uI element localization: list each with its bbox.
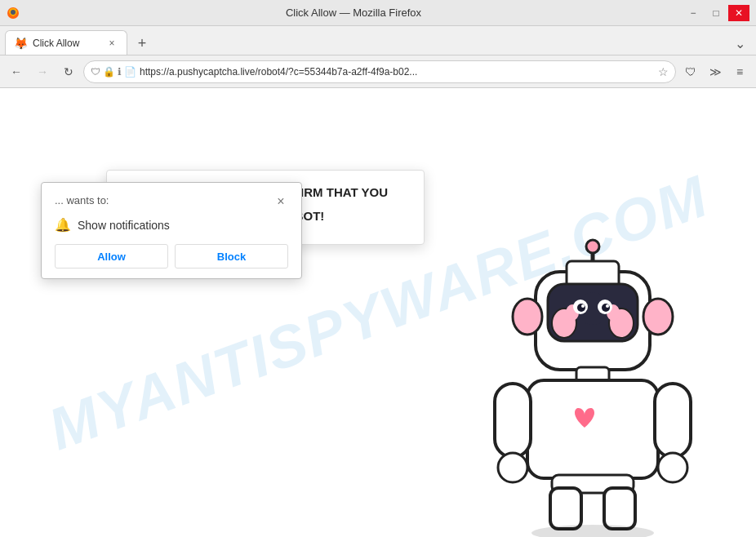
- url-text: https://a.pushycaptcha.live/robot4/?c=55…: [140, 66, 655, 78]
- active-tab[interactable]: 🦊 Click Allow ×: [5, 30, 127, 55]
- svg-rect-27: [550, 488, 581, 529]
- shield-icon: 🛡: [91, 66, 100, 78]
- address-bar[interactable]: 🛡 🔒 ℹ 📄 https://a.pushycaptcha.live/robo…: [83, 60, 676, 83]
- svg-point-25: [658, 453, 687, 482]
- info-icon: ℹ: [118, 66, 122, 78]
- notif-close-button[interactable]: ×: [273, 194, 288, 209]
- svg-point-19: [643, 299, 673, 335]
- forward-button: →: [31, 60, 54, 83]
- notif-action-buttons: Allow Block: [55, 244, 288, 268]
- svg-rect-23: [655, 384, 691, 457]
- show-notifications-text: Show notifications: [78, 219, 170, 232]
- window-title: Click Allow — Mozilla Firefox: [24, 7, 683, 19]
- tab-close-button[interactable]: ×: [105, 37, 118, 50]
- address-security-icons: 🛡 🔒 ℹ 📄: [91, 66, 136, 78]
- reload-button[interactable]: ↻: [57, 60, 80, 83]
- notif-wants-text: ... wants to:: [55, 194, 109, 206]
- robot-illustration: [478, 227, 707, 537]
- toolbar: ← → ↻ 🛡 🔒 ℹ 📄 https://a.pushycaptcha.liv…: [0, 55, 756, 88]
- notif-header: ... wants to: ×: [55, 194, 288, 209]
- robot-svg: [478, 227, 707, 537]
- svg-rect-28: [604, 488, 635, 529]
- svg-rect-21: [527, 380, 658, 478]
- tab-favicon: 🦊: [14, 37, 28, 50]
- back-button[interactable]: ←: [5, 60, 28, 83]
- firefox-icon: [7, 7, 20, 20]
- close-button[interactable]: ✕: [728, 5, 749, 21]
- notif-item: 🔔 Show notifications: [55, 217, 288, 233]
- window-controls: − □ ✕: [683, 5, 749, 21]
- svg-point-1: [11, 10, 16, 15]
- minimize-button[interactable]: −: [683, 5, 704, 21]
- svg-point-29: [531, 525, 654, 537]
- maximize-button[interactable]: □: [705, 5, 727, 21]
- lock-icon: 🔒: [103, 66, 115, 78]
- firefox-account-button[interactable]: 🛡: [679, 60, 702, 83]
- extensions-button[interactable]: ≫: [704, 60, 727, 83]
- toolbar-right-buttons: 🛡 ≫ ≡: [679, 60, 751, 83]
- titlebar: Click Allow — Mozilla Firefox − □ ✕: [0, 0, 756, 26]
- svg-point-17: [606, 304, 609, 308]
- svg-rect-22: [495, 384, 531, 457]
- browser-content: MYANTISPYWARE.COM ... wants to: × 🔔 Show…: [0, 88, 756, 537]
- svg-point-3: [586, 240, 599, 253]
- bookmark-star[interactable]: ☆: [658, 65, 669, 78]
- tab-overflow-button[interactable]: ⌄: [728, 32, 751, 55]
- block-button[interactable]: Block: [175, 244, 288, 268]
- allow-button[interactable]: Allow: [55, 244, 168, 268]
- menu-button[interactable]: ≡: [728, 60, 751, 83]
- bell-icon: 🔔: [55, 217, 71, 233]
- notification-popup: ... wants to: × 🔔 Show notifications All…: [41, 182, 302, 279]
- tab-label: Click Allow: [33, 38, 100, 49]
- svg-point-18: [513, 299, 542, 335]
- reader-icon: 📄: [124, 66, 136, 78]
- svg-point-24: [498, 453, 527, 482]
- svg-point-16: [581, 304, 585, 308]
- tabbar: 🦊 Click Allow × + ⌄: [0, 26, 756, 55]
- svg-point-15: [602, 304, 610, 312]
- svg-point-14: [577, 304, 585, 312]
- new-tab-button[interactable]: +: [131, 32, 153, 55]
